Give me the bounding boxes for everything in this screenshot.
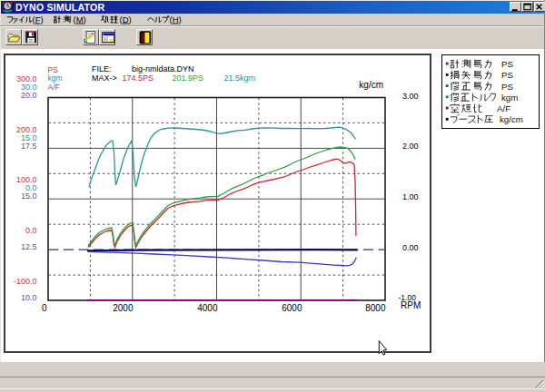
svg-text:PS: PS bbox=[501, 70, 513, 80]
svg-text:174.5PS: 174.5PS bbox=[123, 74, 154, 83]
svg-text:4000: 4000 bbox=[197, 303, 218, 313]
svg-text:A/F: A/F bbox=[48, 83, 60, 92]
svg-text:FILE:: FILE: bbox=[92, 64, 112, 74]
svg-text:15.0: 15.0 bbox=[21, 191, 37, 201]
svg-text:kg/cm: kg/cm bbox=[359, 80, 383, 90]
svg-text:10.0: 10.0 bbox=[21, 293, 37, 302]
svg-text:A/F: A/F bbox=[497, 103, 510, 113]
svg-text:RPM: RPM bbox=[401, 300, 421, 310]
svg-text:6000: 6000 bbox=[282, 303, 302, 313]
svg-text:0: 0 bbox=[42, 303, 47, 313]
svg-text:PS: PS bbox=[501, 59, 513, 69]
svg-text:big-nmldata.DYN: big-nmldata.DYN bbox=[132, 64, 194, 74]
svg-text:kgm: kgm bbox=[501, 93, 518, 103]
svg-text:17.5: 17.5 bbox=[21, 142, 37, 151]
svg-text:(H): (H) bbox=[170, 15, 182, 24]
svg-text:PS: PS bbox=[48, 65, 59, 74]
svg-text:1.00: 1.00 bbox=[402, 192, 419, 201]
svg-text:12.5: 12.5 bbox=[21, 242, 37, 251]
svg-text:(M): (M) bbox=[74, 15, 86, 24]
svg-text:PS: PS bbox=[501, 82, 513, 92]
svg-text:2000: 2000 bbox=[113, 303, 134, 313]
svg-text:(D): (D) bbox=[120, 15, 132, 24]
svg-text:2.00: 2.00 bbox=[402, 142, 419, 151]
svg-text:8000: 8000 bbox=[365, 303, 386, 313]
svg-text:21.5kgm: 21.5kgm bbox=[224, 74, 256, 83]
svg-text:(F): (F) bbox=[33, 15, 44, 24]
svg-text:0.0: 0.0 bbox=[25, 226, 37, 235]
svg-text:MAX->: MAX-> bbox=[92, 74, 117, 83]
svg-text:20.0: 20.0 bbox=[21, 91, 37, 100]
svg-text:kg/cm: kg/cm bbox=[500, 114, 523, 124]
svg-text:0.00: 0.00 bbox=[402, 243, 419, 252]
svg-text:kgm: kgm bbox=[48, 74, 63, 83]
svg-text:3.00: 3.00 bbox=[402, 92, 419, 101]
svg-text:201.9PS: 201.9PS bbox=[173, 74, 204, 83]
svg-text:-100.0: -100.0 bbox=[14, 277, 37, 286]
